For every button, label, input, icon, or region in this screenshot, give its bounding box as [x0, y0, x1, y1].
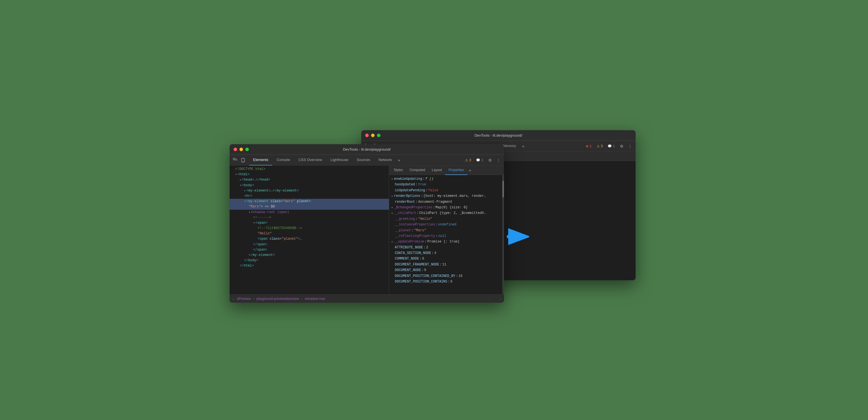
status-preview[interactable]: playground-preview#preview [256, 297, 299, 301]
dom-line[interactable]: ▸<head>…</head> [229, 177, 389, 183]
property-row[interactable]: ▸enableUpdating: f () [389, 176, 502, 182]
front-tab-sources[interactable]: Sources [353, 155, 374, 166]
dom-line[interactable]: ▾<html> [229, 172, 389, 177]
front-info-icon: 💬 [476, 158, 480, 162]
dom-line[interactable]: <hr> [229, 193, 389, 199]
arrow-container [504, 228, 529, 246]
status-sep2: › [301, 297, 302, 301]
front-traffic-lights [234, 148, 249, 151]
front-settings-icon[interactable]: ⚙ [487, 157, 493, 163]
dom-line[interactable]: <!--?lit$927534869$--> [229, 226, 389, 231]
property-row[interactable]: ▸__updatePromise: Promise {: true} [389, 239, 502, 244]
back-settings-icon[interactable]: ⚙ [618, 143, 625, 150]
dom-line[interactable]: </span> [229, 247, 389, 252]
back-tab-more[interactable]: » [521, 144, 526, 148]
back-warning-icon: ⚠ [597, 144, 600, 148]
dom-line[interactable]: <!------> [229, 215, 389, 220]
status-sep1: › [253, 297, 254, 301]
back-info-icon: 💬 [608, 144, 612, 148]
front-properties-content: ▸enableUpdating: f ()hasUpdated: trueisU… [389, 175, 502, 294]
dom-line[interactable]: <!DOCTYPE html> [229, 167, 389, 172]
svg-rect-4 [233, 158, 235, 160]
back-window-title: DevTools - lit.dev/playground/ [474, 133, 523, 138]
front-inspect-icon[interactable] [232, 157, 239, 163]
back-badge-error: ⊗ 1 [584, 144, 593, 149]
back-close-button[interactable] [365, 133, 369, 137]
property-row[interactable]: ▸__childPart: ChildPart {type: 2, _$comm… [389, 210, 502, 216]
property-row[interactable]: hasUpdated: true [389, 182, 502, 187]
front-toolbar-icons [232, 157, 246, 163]
property-row[interactable]: __planet: "Mars" [389, 228, 502, 233]
front-panel-tabs: Styles Computed Layout Properties » [389, 166, 504, 175]
dom-line[interactable]: <span class="planet">… [229, 236, 389, 242]
property-row[interactable]: ATTRIBUTE_NODE: 2 [389, 245, 502, 250]
front-toolbar: Elements Console CSS Overview Lighthouse… [229, 155, 504, 166]
front-tab-network[interactable]: Network [375, 155, 396, 166]
property-row[interactable]: ▸_$changedProperties: Map(0) {size: 0} [389, 205, 502, 210]
property-row[interactable]: isUpdatePending: false [389, 188, 502, 193]
front-device-icon[interactable] [240, 157, 246, 163]
dom-line[interactable]: </span> [229, 242, 389, 247]
front-tab-console[interactable]: Console [273, 155, 294, 166]
dom-line[interactable]: ▾#shadow-root (open) [229, 210, 389, 215]
status-end-ellipsis: ... [499, 297, 502, 301]
property-row[interactable]: __reflectingProperty: null [389, 233, 502, 239]
front-maximize-button[interactable] [245, 148, 249, 151]
front-title-bar: DevTools - lit.dev/playground/ [229, 144, 504, 155]
property-row[interactable]: __instanceProperties: undefined [389, 222, 502, 228]
dom-line[interactable]: </my-element> [229, 252, 389, 258]
back-title-bar: DevTools - lit.dev/playground/ [361, 130, 636, 141]
dom-line[interactable]: </html> [229, 263, 389, 269]
front-main-content: <!DOCTYPE html>▾<html>▸<head>…</head>▾<b… [229, 166, 504, 294]
property-row[interactable]: __greeting: "Hello" [389, 216, 502, 222]
front-tab-elements[interactable]: Elements [249, 155, 272, 166]
dom-line[interactable]: ▸<my-element>…</my-element> [229, 188, 389, 193]
front-status-bar: ... dPreview › playground-preview#previe… [229, 294, 504, 303]
front-warning-icon: ⚠ [465, 158, 468, 162]
dom-line[interactable]: "Mars"> == $0 [229, 204, 389, 209]
status-shadow[interactable]: #shadow-root [305, 297, 325, 301]
property-row[interactable]: DOCUMENT_NODE: 9 [389, 267, 502, 273]
back-badge-warning: ⚠ 3 [595, 144, 604, 149]
back-maximize-button[interactable] [377, 133, 380, 137]
back-more-icon[interactable]: ⋮ [627, 143, 633, 150]
front-panel-tab-layout[interactable]: Layout [428, 166, 445, 175]
front-tab-more[interactable]: » [396, 158, 402, 162]
dom-line[interactable]: "Hello" [229, 231, 389, 236]
dom-line[interactable]: </body> [229, 258, 389, 263]
property-row[interactable]: renderRoot: document-fragment [389, 199, 502, 205]
status-ellipsis: ... [232, 297, 235, 301]
front-close-button[interactable] [234, 148, 237, 151]
back-error-icon: ⊗ [586, 144, 589, 148]
back-toolbar-right: ⊗ 1 ⚠ 3 💬 1 ⚙ ⋮ [584, 143, 633, 150]
property-row[interactable]: DOCUMENT_FRAGMENT_NODE: 11 [389, 262, 502, 267]
front-more-icon[interactable]: ⋮ [495, 157, 502, 163]
property-row[interactable]: ▸renderOptions: {host: my-element.mars, … [389, 193, 502, 199]
front-panel-tab-more[interactable]: » [467, 168, 473, 173]
property-row[interactable]: COMMENT_NODE: 8 [389, 256, 502, 262]
front-tab-lighthouse[interactable]: Lighthouse [327, 155, 352, 166]
svg-point-6 [243, 161, 243, 162]
dom-line[interactable]: ▾<span> [229, 220, 389, 226]
front-toolbar-right: ⚠ 3 💬 1 ⚙ ⋮ [463, 157, 502, 163]
dom-content: <!DOCTYPE html>▾<html>▸<head>…</head>▾<b… [229, 166, 389, 294]
front-window-title: DevTools - lit.dev/playground/ [343, 147, 391, 151]
property-row[interactable]: DOCUMENT_POSITION_CONTAINED_BY: 16 [389, 273, 502, 279]
devtools-front-window: DevTools - lit.dev/playground/ [229, 144, 504, 303]
back-badge-info: 💬 1 [606, 144, 617, 149]
front-tab-css-overview[interactable]: CSS Overview [294, 155, 326, 166]
dom-line[interactable]: ▾<my-element class="mars" planet= [229, 199, 389, 204]
front-panel-tab-styles[interactable]: Styles [390, 166, 406, 175]
front-panel-tab-computed[interactable]: Computed [406, 166, 428, 175]
property-row[interactable]: CDATA_SECTION_NODE: 4 [389, 250, 502, 256]
front-minimize-button[interactable] [239, 148, 243, 151]
front-badge-info: 💬 1 [474, 158, 485, 163]
property-row[interactable]: DOCUMENT_POSITION_CONTAINS: 8 [389, 279, 502, 284]
front-properties-panel: Styles Computed Layout Properties » ▸ [389, 166, 504, 294]
dom-line[interactable]: ▾<body> [229, 183, 389, 188]
scroll-thumb [502, 181, 504, 198]
status-dpreview[interactable]: dPreview [237, 297, 251, 301]
dom-panel: <!DOCTYPE html>▾<html>▸<head>…</head>▾<b… [229, 166, 389, 294]
front-panel-tab-properties[interactable]: Properties [445, 166, 467, 175]
back-minimize-button[interactable] [371, 133, 375, 137]
